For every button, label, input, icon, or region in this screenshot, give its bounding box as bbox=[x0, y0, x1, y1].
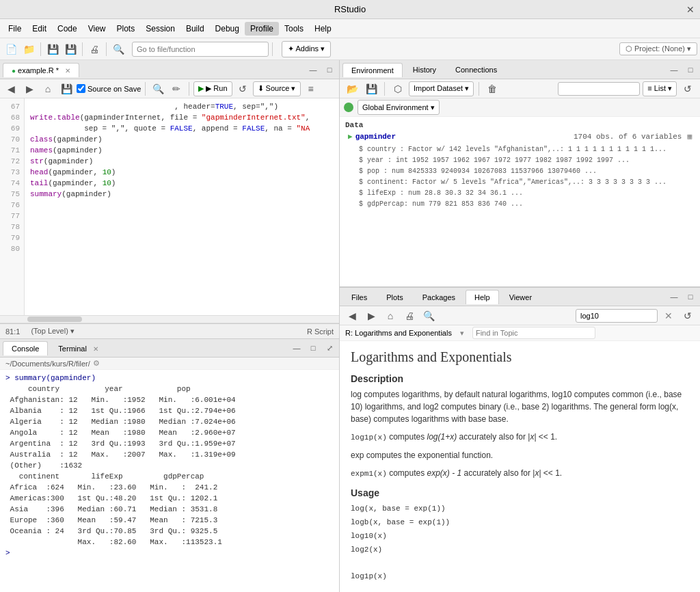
editor-options-btn[interactable]: ≡ bbox=[303, 81, 319, 97]
import-dataset-btn[interactable]: Import Dataset ▾ bbox=[409, 81, 474, 96]
project-selector[interactable]: ⬡ Project: (None) ▾ bbox=[619, 42, 697, 55]
open-file-btn[interactable]: 📁 bbox=[21, 41, 37, 57]
help-home[interactable]: ⌂ bbox=[382, 308, 399, 324]
help-search-input[interactable] bbox=[576, 309, 658, 323]
env-save[interactable]: 💾 bbox=[363, 81, 379, 97]
help-print[interactable]: 🖨 bbox=[401, 308, 418, 324]
files-maximize[interactable]: □ bbox=[684, 290, 697, 304]
new-file-btn[interactable]: 📄 bbox=[3, 41, 19, 57]
menu-tools[interactable]: Tools bbox=[279, 22, 309, 36]
find-in-topic-input[interactable] bbox=[472, 327, 595, 339]
menu-file[interactable]: File bbox=[3, 22, 27, 36]
menu-plots[interactable]: Plots bbox=[111, 22, 141, 36]
editor-tab-example[interactable]: ● example.R * ✕ bbox=[3, 63, 79, 77]
close-button[interactable]: ✕ bbox=[686, 4, 695, 15]
console-line-13: Europe :360 Mean :59.47 Mean : 7215.3 bbox=[5, 515, 334, 526]
main-toolbar: 📄 📁 💾 💾 🖨 🔍 ✦ Addins ▾ ⬡ Project: (None)… bbox=[0, 38, 700, 60]
files-tab-plots[interactable]: Plots bbox=[377, 290, 412, 304]
menu-profile[interactable]: Profile bbox=[245, 22, 279, 36]
env-gapminder-details: $ country : Factor w/ 142 levels "Afghan… bbox=[342, 143, 697, 211]
cursor-position: 81:1 bbox=[5, 327, 20, 336]
help-toolbar: ◀ ▶ ⌂ 🖨 🔍 ✕ ↺ bbox=[340, 306, 700, 325]
find-replace-btn[interactable]: 🔍 bbox=[150, 81, 166, 97]
menu-help[interactable]: Help bbox=[309, 22, 337, 36]
env-gapminder[interactable]: ▶ gapminder 1704 obs. of 6 variables ▦ bbox=[342, 131, 697, 143]
re-run-btn[interactable]: ↺ bbox=[234, 81, 251, 97]
files-tab-help[interactable]: Help bbox=[466, 290, 499, 304]
spell-check-btn[interactable]: ✏ bbox=[168, 81, 185, 97]
sep2 bbox=[82, 42, 83, 56]
hscroll-thumb[interactable] bbox=[27, 317, 82, 322]
env-search-input[interactable] bbox=[558, 82, 640, 96]
gapminder-grid-icon[interactable]: ▦ bbox=[687, 131, 692, 142]
help-search-area: ✕ ↺ bbox=[576, 308, 696, 324]
help-usage-heading: Usage bbox=[351, 487, 689, 498]
console-tab-bar: Console Terminal ✕ — □ ⤢ bbox=[0, 338, 339, 358]
env-tab-environment[interactable]: Environment bbox=[342, 63, 403, 77]
print-btn[interactable]: 🖨 bbox=[86, 41, 103, 57]
files-tab-packages[interactable]: Packages bbox=[414, 290, 464, 304]
left-panel: ● example.R * ✕ — □ ◀ ▶ ⌂ 💾 Source on Sa… bbox=[0, 60, 340, 592]
editor-status-bar: 81:1 (Top Level) ▾ R Script bbox=[0, 323, 339, 338]
code-content[interactable]: , header=TRUE, sep=",") write.table(gapm… bbox=[25, 98, 339, 315]
goto-input[interactable] bbox=[132, 42, 269, 57]
help-back[interactable]: ◀ bbox=[344, 308, 360, 324]
help-content: Logarithms and Exponentials Description … bbox=[340, 341, 700, 592]
help-refresh[interactable]: ↺ bbox=[679, 308, 696, 324]
editor-back[interactable]: ◀ bbox=[3, 81, 19, 97]
console-area[interactable]: > summary(gapminder) country year pop Af… bbox=[0, 370, 339, 592]
env-right-toolbar: ≡ List ▾ ↺ bbox=[558, 81, 696, 97]
editor-maximize[interactable]: □ bbox=[323, 63, 336, 77]
help-forward[interactable]: ▶ bbox=[363, 308, 379, 324]
console-line-4: Algeria : 12 Median :1980 Median :7.024e… bbox=[5, 416, 334, 427]
main-layout: ● example.R * ✕ — □ ◀ ▶ ⌂ 💾 Source on Sa… bbox=[0, 60, 700, 592]
console-minimize[interactable]: — bbox=[290, 341, 304, 355]
help-expm1-desc: expm1(x) computes exp(x) - 1 accurately … bbox=[351, 467, 689, 480]
menu-session[interactable]: Session bbox=[140, 22, 180, 36]
editor-hscrollbar[interactable] bbox=[0, 315, 339, 323]
console-line-2: Afghanistan: 12 Min. :1952 Min. :6.001e+… bbox=[5, 394, 334, 405]
global-env-selector[interactable]: Global Environment ▾ bbox=[358, 100, 440, 115]
env-refresh[interactable]: ↺ bbox=[679, 81, 696, 97]
editor-minimize[interactable]: — bbox=[306, 63, 320, 77]
env-maximize[interactable]: □ bbox=[684, 63, 697, 77]
source-btn[interactable]: ⬇ Source ▾ bbox=[253, 81, 301, 96]
menu-build[interactable]: Build bbox=[180, 22, 210, 36]
terminal-tab[interactable]: Terminal ✕ bbox=[49, 341, 107, 355]
files-tab-viewer[interactable]: Viewer bbox=[500, 290, 541, 304]
files-minimize[interactable]: — bbox=[667, 290, 681, 304]
console-line-7: Australia : 12 Max. :2007 Max. :1.319e+0… bbox=[5, 449, 334, 460]
save-btn[interactable]: 💾 bbox=[44, 41, 61, 57]
env-tab-connections[interactable]: Connections bbox=[446, 62, 506, 77]
env-panel: Environment History Connections — □ 📂 💾 bbox=[340, 60, 700, 287]
terminal-tab-close[interactable]: ✕ bbox=[93, 345, 98, 353]
list-view-btn[interactable]: ≡ List ▾ bbox=[643, 81, 677, 96]
source-on-save-checkbox[interactable] bbox=[77, 84, 85, 93]
help-search-clear[interactable]: ✕ bbox=[660, 308, 677, 324]
env-tab-history[interactable]: History bbox=[404, 62, 445, 77]
env-minimize[interactable]: — bbox=[667, 63, 681, 77]
files-tab-files[interactable]: Files bbox=[342, 290, 376, 304]
addins-btn[interactable]: ✦ Addins ▾ bbox=[282, 41, 331, 57]
help-title: Logarithms and Exponentials bbox=[351, 349, 689, 365]
global-env-bar: Global Environment ▾ bbox=[340, 98, 700, 117]
code-line-79: summary(gapminder) bbox=[30, 189, 334, 200]
console-expand[interactable]: ⤢ bbox=[323, 341, 336, 355]
env-load[interactable]: 📂 bbox=[344, 81, 360, 97]
run-btn[interactable]: ▶ ▶ Run bbox=[193, 81, 232, 96]
menu-edit[interactable]: Edit bbox=[27, 22, 52, 36]
find-btn[interactable]: 🔍 bbox=[110, 41, 126, 57]
menu-view[interactable]: View bbox=[83, 22, 111, 36]
env-clear[interactable]: 🗑 bbox=[484, 81, 500, 97]
menu-debug[interactable]: Debug bbox=[210, 22, 245, 36]
editor-save-icon[interactable]: 💾 bbox=[58, 81, 75, 97]
console-line-input: > summary(gapminder) bbox=[5, 373, 334, 384]
editor-home[interactable]: ⌂ bbox=[40, 81, 56, 97]
help-find[interactable]: 🔍 bbox=[420, 308, 437, 324]
console-tab[interactable]: Console bbox=[3, 341, 48, 355]
editor-forward[interactable]: ▶ bbox=[21, 81, 38, 97]
menu-code[interactable]: Code bbox=[52, 22, 83, 36]
console-maximize[interactable]: □ bbox=[306, 341, 320, 355]
save-all-btn[interactable]: 💾 bbox=[62, 41, 79, 57]
editor-tab-close[interactable]: ✕ bbox=[65, 67, 70, 75]
